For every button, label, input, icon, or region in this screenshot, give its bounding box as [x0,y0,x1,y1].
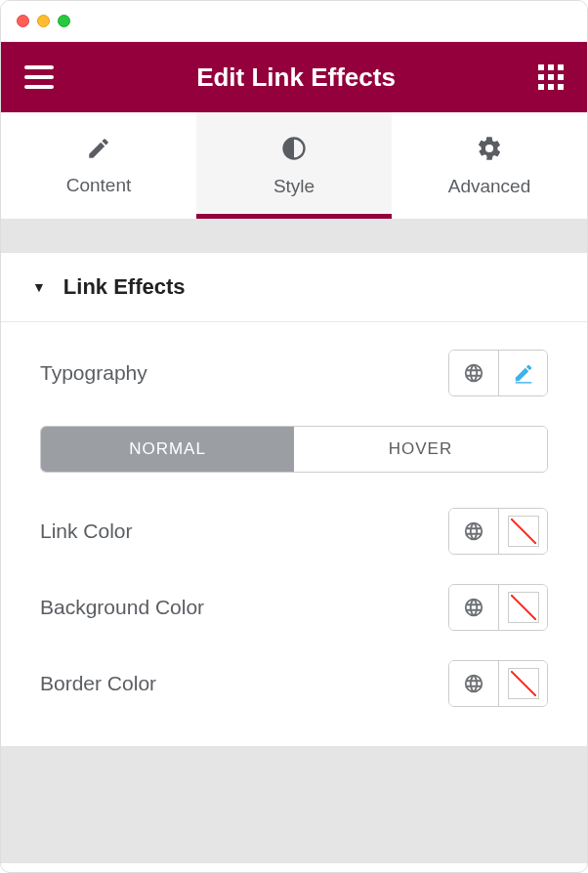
svg-rect-11 [558,84,564,90]
state-normal[interactable]: NORMAL [41,427,294,472]
section-toggle[interactable]: ▼ Link Effects [1,253,587,322]
color-swatch-empty [508,592,539,623]
state-toggle: NORMAL HOVER [40,426,548,473]
svg-rect-6 [538,74,544,80]
typography-row: Typography [40,350,548,396]
svg-rect-10 [548,84,554,90]
globe-icon [463,673,484,694]
panel-body: Typography NORMAL HOVER Link Color [1,322,587,746]
border-color-label: Border Color [40,672,156,695]
typography-controls [448,350,548,396]
background-color-picker[interactable] [498,585,547,630]
tab-style-label: Style [273,176,315,197]
border-color-picker[interactable] [498,661,547,706]
spacer [1,220,587,253]
globe-button[interactable] [449,351,498,395]
globe-icon [463,362,484,384]
contrast-icon [280,135,308,166]
link-color-label: Link Color [40,520,133,543]
color-swatch-empty [508,516,539,547]
panel-header: Edit Link Effects [1,42,587,112]
state-hover[interactable]: HOVER [294,427,547,472]
svg-rect-12 [515,382,531,383]
svg-rect-2 [24,85,54,89]
background-color-row: Background Color [40,584,548,631]
edit-typography-button[interactable] [498,351,547,395]
typography-label: Typography [40,361,147,385]
tab-advanced[interactable]: Advanced [392,112,587,219]
tab-bar: Content Style Advanced [1,112,587,220]
background-color-controls [448,584,548,631]
link-color-picker[interactable] [498,509,547,554]
panel-title: Edit Link Effects [54,62,538,93]
svg-rect-7 [548,74,554,80]
border-color-row: Border Color [40,660,548,707]
pencil-icon [86,136,111,165]
svg-rect-4 [548,64,554,70]
globe-button[interactable] [449,661,498,706]
tab-style[interactable]: Style [196,112,392,219]
globe-button[interactable] [449,585,498,630]
close-window[interactable] [17,15,29,27]
svg-rect-8 [558,74,564,80]
pencil-icon [513,362,534,384]
globe-button[interactable] [449,509,498,554]
tab-advanced-label: Advanced [448,176,531,197]
background-color-label: Background Color [40,596,204,619]
tab-content-label: Content [66,175,132,196]
svg-rect-0 [24,65,54,69]
tab-content[interactable]: Content [1,112,196,219]
border-color-controls [448,660,548,707]
section-title: Link Effects [63,274,186,300]
svg-rect-5 [558,64,564,70]
gear-icon [476,135,503,166]
panel-footer [1,746,587,863]
globe-icon [463,520,484,542]
minimize-window[interactable] [37,15,50,27]
svg-rect-3 [538,64,544,70]
apps-button[interactable] [538,64,564,90]
caret-down-icon: ▼ [32,279,46,295]
color-swatch-empty [508,668,539,699]
svg-rect-9 [538,84,544,90]
menu-button[interactable] [24,65,54,89]
link-color-controls [448,508,548,555]
globe-icon [463,597,484,618]
link-color-row: Link Color [40,508,548,555]
window-titlebar [1,1,587,42]
svg-rect-1 [24,75,54,79]
maximize-window[interactable] [58,15,70,27]
